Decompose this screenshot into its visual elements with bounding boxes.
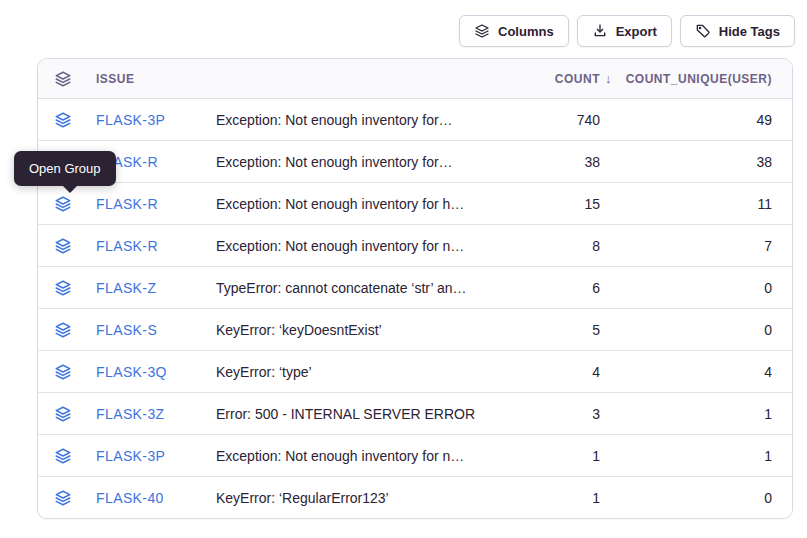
table-row[interactable]: FLASK-Z TypeError: cannot concatenate ‘s… [38, 267, 792, 309]
column-header-count[interactable]: COUNT ↓ [512, 71, 612, 86]
issue-link[interactable]: FLASK-40 [92, 490, 216, 506]
issue-title: Error: 500 - INTERNAL SERVER ERROR [216, 406, 512, 422]
download-icon [592, 23, 608, 39]
count-value: 38 [512, 154, 612, 170]
issue-title: KeyError: ‘keyDoesntExist’ [216, 322, 512, 338]
issue-stack-icon[interactable] [54, 195, 92, 213]
count-value: 6 [512, 280, 612, 296]
count-value: 15 [512, 196, 612, 212]
issue-stack-icon[interactable] [54, 237, 92, 255]
table-row[interactable]: FLASK-S KeyError: ‘keyDoesntExist’ 5 0 [38, 309, 792, 351]
issue-title: Exception: Not enough inventory for h… [216, 196, 512, 212]
sort-descending-icon[interactable]: ↓ [605, 71, 612, 86]
open-group-tooltip: Open Group [14, 151, 116, 186]
table-row[interactable]: FLASK-R Exception: Not enough inventory … [38, 225, 792, 267]
issue-stack-icon[interactable] [54, 279, 92, 297]
table-row[interactable]: FLASK-3Z Error: 500 - INTERNAL SERVER ER… [38, 393, 792, 435]
columns-button-label: Columns [498, 24, 554, 39]
issue-title: Exception: Not enough inventory for n… [216, 448, 512, 464]
count-unique-value: 0 [612, 322, 772, 338]
table-row[interactable]: FLASK-R Exception: Not enough inventory … [38, 141, 792, 183]
issue-stack-icon[interactable] [54, 321, 92, 339]
count-unique-value: 0 [612, 490, 772, 506]
count-unique-value: 0 [612, 280, 772, 296]
count-value: 740 [512, 112, 612, 128]
count-unique-value: 38 [612, 154, 772, 170]
count-unique-value: 49 [612, 112, 772, 128]
issue-stack-icon[interactable] [54, 447, 92, 465]
table-row[interactable]: FLASK-3P Exception: Not enough inventory… [38, 435, 792, 477]
count-value: 1 [512, 448, 612, 464]
table-row[interactable]: FLASK-R Exception: Not enough inventory … [38, 183, 792, 225]
issue-link[interactable]: FLASK-3P [92, 112, 216, 128]
issue-stack-header-icon [54, 70, 92, 88]
issue-stack-icon[interactable] [54, 489, 92, 507]
issue-title: Exception: Not enough inventory for… [216, 112, 512, 128]
issue-link[interactable]: FLASK-R [92, 238, 216, 254]
issue-link[interactable]: FLASK-3P [92, 448, 216, 464]
count-value: 3 [512, 406, 612, 422]
count-value: 4 [512, 364, 612, 380]
issue-stack-icon[interactable] [54, 111, 92, 129]
table-row[interactable]: FLASK-3Q KeyError: ‘type’ 4 4 [38, 351, 792, 393]
count-value: 1 [512, 490, 612, 506]
stack-layers-icon [474, 23, 490, 39]
issue-title: TypeError: cannot concatenate ‘str’ an… [216, 280, 512, 296]
issue-stack-icon[interactable] [54, 363, 92, 381]
count-unique-value: 7 [612, 238, 772, 254]
hide-tags-button[interactable]: Hide Tags [680, 15, 795, 47]
count-value: 8 [512, 238, 612, 254]
issue-title: Exception: Not enough inventory for n… [216, 238, 512, 254]
issue-title: KeyError: ‘type’ [216, 364, 512, 380]
issues-table: ISSUE COUNT ↓ COUNT_UNIQUE(USER) FLASK-3… [37, 58, 793, 519]
issue-link[interactable]: FLASK-Z [92, 280, 216, 296]
count-value: 5 [512, 322, 612, 338]
export-button[interactable]: Export [577, 15, 672, 47]
open-group-tooltip-label: Open Group [29, 161, 101, 176]
issue-link[interactable]: FLASK-3Z [92, 406, 216, 422]
issue-title: KeyError: ‘RegularError123’ [216, 490, 512, 506]
issue-title: Exception: Not enough inventory for… [216, 154, 512, 170]
tag-icon [695, 23, 711, 39]
issue-link[interactable]: FLASK-S [92, 322, 216, 338]
count-unique-value: 11 [612, 196, 772, 212]
count-unique-value: 4 [612, 364, 772, 380]
column-header-count-unique[interactable]: COUNT_UNIQUE(USER) [612, 72, 772, 86]
columns-button[interactable]: Columns [459, 15, 569, 47]
table-row[interactable]: FLASK-3P Exception: Not enough inventory… [38, 99, 792, 141]
table-row[interactable]: FLASK-40 KeyError: ‘RegularError123’ 1 0 [38, 477, 792, 519]
toolbar: Columns Export Hide Tags [459, 15, 795, 47]
count-unique-value: 1 [612, 406, 772, 422]
issue-link[interactable]: FLASK-R [92, 196, 216, 212]
issue-stack-icon[interactable] [54, 405, 92, 423]
export-button-label: Export [616, 24, 657, 39]
table-body: FLASK-3P Exception: Not enough inventory… [38, 99, 792, 519]
table-header-row: ISSUE COUNT ↓ COUNT_UNIQUE(USER) [38, 59, 792, 99]
hide-tags-button-label: Hide Tags [719, 24, 780, 39]
count-unique-value: 1 [612, 448, 772, 464]
issue-link[interactable]: FLASK-3Q [92, 364, 216, 380]
column-header-issue[interactable]: ISSUE [92, 72, 216, 86]
